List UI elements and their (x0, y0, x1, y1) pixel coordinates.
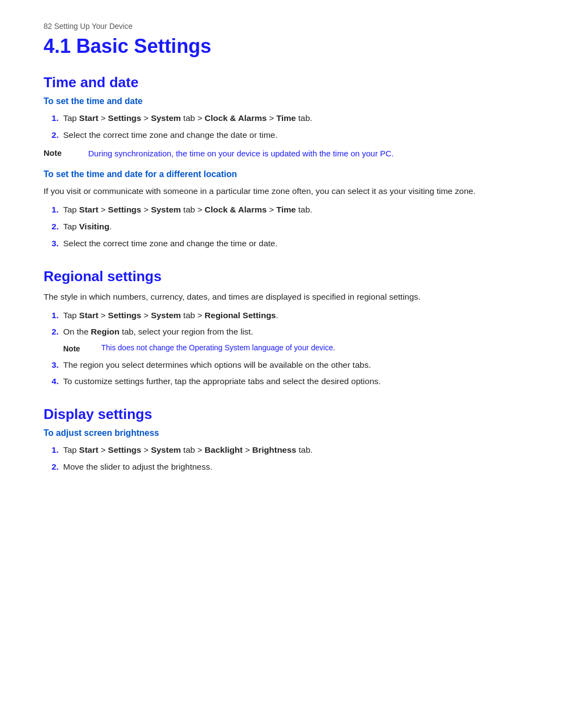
page-number: 82 Setting Up Your Device (44, 22, 544, 31)
list-item: Tap Start > Settings > System tab > Cloc… (61, 203, 544, 217)
list-item: To customize settings further, tap the a… (61, 375, 544, 388)
body-text-regional: The style in which numbers, currency, da… (44, 290, 544, 303)
steps-set-time-date-location: Tap Start > Settings > System tab > Cloc… (61, 203, 544, 250)
note-text: This does not change the Operating Syste… (101, 342, 335, 354)
subsection-set-time-date-location: To set the time and date for a different… (44, 169, 544, 250)
note-text: During synchronization, the time on your… (88, 148, 394, 160)
section-title-display-settings: Display settings (44, 406, 544, 423)
section-title-time-and-date: Time and date (44, 74, 544, 91)
note-label: Note (44, 148, 81, 157)
steps-regional-settings: Tap Start > Settings > System tab > Regi… (61, 309, 544, 389)
list-item: Tap Start > Settings > System tab > Cloc… (61, 112, 544, 125)
list-item: Select the correct time zone and change … (61, 129, 544, 142)
list-item: On the Region tab, select your region fr… (61, 325, 544, 355)
section-display-settings: Display settings To adjust screen bright… (44, 406, 544, 474)
subsection-title-set-time-date-location: To set the time and date for a different… (44, 169, 544, 179)
subsection-set-time-date: To set the time and date Tap Start > Set… (44, 96, 544, 160)
subsection-adjust-brightness: To adjust screen brightness Tap Start > … (44, 428, 544, 474)
note-sync-time: Note During synchronization, the time on… (44, 148, 544, 160)
section-regional-settings: Regional settings The style in which num… (44, 268, 544, 389)
section-time-and-date: Time and date To set the time and date T… (44, 74, 544, 251)
list-item: Tap Start > Settings > System tab > Regi… (61, 309, 544, 323)
list-item: Select the correct time zone and change … (61, 237, 544, 251)
list-item: The region you select determines which o… (61, 359, 544, 372)
subsection-title-set-time-date: To set the time and date (44, 96, 544, 106)
list-item: Move the slider to adjust the brightness… (61, 460, 544, 474)
body-text-location: If you visit or communicate with someone… (44, 185, 544, 198)
steps-adjust-brightness: Tap Start > Settings > System tab > Back… (61, 443, 544, 474)
list-item: Tap Visiting. (61, 220, 544, 234)
note-region-language: Note This does not change the Operating … (63, 342, 544, 355)
list-item: Tap Start > Settings > System tab > Back… (61, 443, 544, 457)
steps-set-time-date: Tap Start > Settings > System tab > Cloc… (61, 112, 544, 142)
note-label: Note (63, 342, 96, 355)
chapter-title: 4.1 Basic Settings (44, 35, 544, 58)
section-title-regional-settings: Regional settings (44, 268, 544, 285)
subsection-title-adjust-brightness: To adjust screen brightness (44, 428, 544, 438)
